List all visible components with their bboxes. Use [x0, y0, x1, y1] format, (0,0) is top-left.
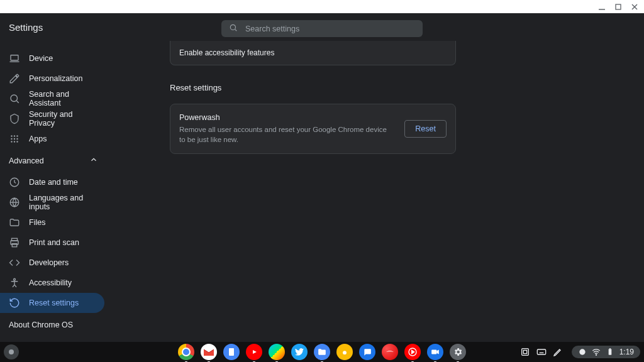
shelf-apps — [178, 344, 466, 360]
sidebar-item-label: Accessibility — [29, 278, 72, 287]
svg-point-42 — [596, 354, 596, 355]
sidebar-section-label: Advanced — [9, 156, 44, 165]
sidebar-item-label: Print and scan — [29, 238, 79, 247]
app-youtube[interactable] — [246, 344, 262, 360]
launcher-button[interactable] — [4, 344, 19, 359]
svg-rect-31 — [431, 350, 436, 354]
shield-icon — [9, 113, 20, 124]
screenshot-icon[interactable] — [520, 347, 530, 357]
window-titlebar — [0, 0, 644, 13]
reset-button[interactable]: Reset — [404, 120, 447, 138]
svg-point-41 — [579, 349, 585, 354]
search-box[interactable] — [221, 20, 423, 37]
sidebar-item-apps[interactable]: Apps — [0, 129, 104, 149]
apps-grid-icon — [9, 133, 20, 145]
clock-icon — [9, 177, 20, 188]
sidebar-item-security-privacy[interactable]: Security and Privacy — [0, 109, 104, 129]
app-duo[interactable] — [427, 344, 443, 360]
code-icon — [9, 257, 20, 268]
sidebar-item-files[interactable]: Files — [0, 212, 104, 233]
svg-rect-26 — [229, 348, 234, 356]
wifi-icon — [592, 348, 601, 356]
tray-quick-icons — [516, 347, 567, 357]
clock-text: 1:19 — [619, 348, 634, 356]
sidebar-item-device[interactable]: Device — [0, 48, 104, 69]
svg-rect-44 — [609, 348, 610, 349]
svg-line-9 — [16, 101, 18, 102]
app-twitter[interactable] — [291, 344, 308, 360]
sidebar-item-personalization[interactable]: Personalization — [0, 69, 104, 89]
app-youtube-music[interactable] — [404, 344, 421, 360]
app-stadia[interactable] — [382, 344, 398, 360]
app-settings[interactable] — [450, 344, 466, 360]
accessibility-features-row[interactable]: Enable accessibility features — [170, 41, 456, 65]
svg-point-8 — [11, 95, 18, 102]
svg-rect-43 — [608, 349, 611, 354]
page-title: Settings — [9, 22, 43, 33]
svg-rect-34 — [523, 350, 526, 353]
powerwash-card: Powerwash Remove all user accounts and r… — [170, 104, 456, 154]
search-icon — [229, 23, 238, 35]
svg-point-28 — [343, 351, 347, 354]
svg-rect-24 — [12, 244, 17, 247]
folder-icon — [9, 217, 20, 228]
laptop-icon — [9, 53, 20, 64]
app-camera[interactable] — [336, 344, 353, 360]
svg-rect-35 — [537, 349, 545, 354]
sidebar-item-label: Security and Privacy — [29, 110, 96, 128]
sidebar-item-languages[interactable]: Languages and inputs — [0, 192, 104, 212]
chevron-up-icon — [89, 155, 98, 166]
svg-rect-6 — [11, 55, 18, 60]
sidebar-item-accessibility[interactable]: Accessibility — [0, 273, 104, 293]
svg-point-12 — [16, 135, 18, 136]
sidebar-item-label: Date and time — [29, 178, 78, 187]
app-gmail[interactable] — [201, 344, 217, 360]
powerwash-text: Powerwash Remove all user accounts and r… — [179, 113, 392, 145]
svg-point-15 — [16, 138, 18, 140]
settings-content: Enable accessibility features Reset sett… — [107, 41, 644, 342]
sidebar-item-print-scan[interactable]: Print and scan — [0, 233, 104, 253]
launcher-dot-icon — [9, 349, 14, 354]
svg-point-14 — [14, 138, 15, 140]
svg-line-5 — [235, 29, 237, 31]
sidebar-item-developers[interactable]: Developers — [0, 253, 104, 273]
sidebar-item-label: Languages and inputs — [29, 194, 96, 211]
svg-point-11 — [14, 135, 15, 136]
sidebar-item-label: Developers — [29, 258, 69, 267]
status-area[interactable]: 1:19 — [572, 346, 640, 358]
search-icon — [9, 93, 20, 104]
svg-point-10 — [11, 135, 12, 136]
window-maximize-button[interactable] — [614, 3, 623, 11]
search-input[interactable] — [245, 25, 415, 33]
accessibility-row-label: Enable accessibility features — [179, 48, 274, 57]
battery-icon — [606, 348, 614, 356]
app-chrome[interactable] — [178, 344, 194, 360]
sidebar-about-chrome-os[interactable]: About Chrome OS — [0, 313, 107, 337]
reset-icon — [9, 297, 20, 309]
sidebar-item-date-time[interactable]: Date and time — [0, 172, 104, 192]
window-close-button[interactable] — [630, 3, 639, 11]
sidebar-item-label: Search and Assistant — [29, 90, 96, 107]
svg-rect-33 — [521, 349, 528, 356]
pencil-icon — [9, 73, 20, 84]
globe-icon — [9, 197, 20, 208]
app-messages[interactable] — [359, 344, 375, 360]
window-minimize-button[interactable] — [597, 3, 606, 11]
svg-point-25 — [14, 278, 16, 280]
system-tray[interactable]: 1:19 — [516, 346, 640, 358]
svg-point-13 — [11, 138, 12, 140]
stylus-icon[interactable] — [553, 347, 563, 357]
app-docs[interactable] — [223, 344, 240, 360]
sidebar-item-reset-settings[interactable]: Reset settings — [0, 293, 104, 313]
section-title-reset: Reset settings — [170, 83, 631, 92]
settings-sidebar: Device Personalization Search and Assist… — [0, 41, 107, 342]
sidebar-item-label: Files — [29, 218, 45, 227]
app-play-store[interactable] — [269, 344, 285, 360]
app-files[interactable] — [314, 344, 330, 360]
sidebar-advanced-toggle[interactable]: Advanced — [0, 149, 107, 172]
sidebar-item-search-assistant[interactable]: Search and Assistant — [0, 89, 104, 109]
printer-icon — [9, 237, 20, 248]
sidebar-item-label: Personalization — [29, 74, 82, 83]
sidebar-item-label: Device — [29, 54, 53, 63]
keyboard-icon[interactable] — [536, 347, 547, 357]
